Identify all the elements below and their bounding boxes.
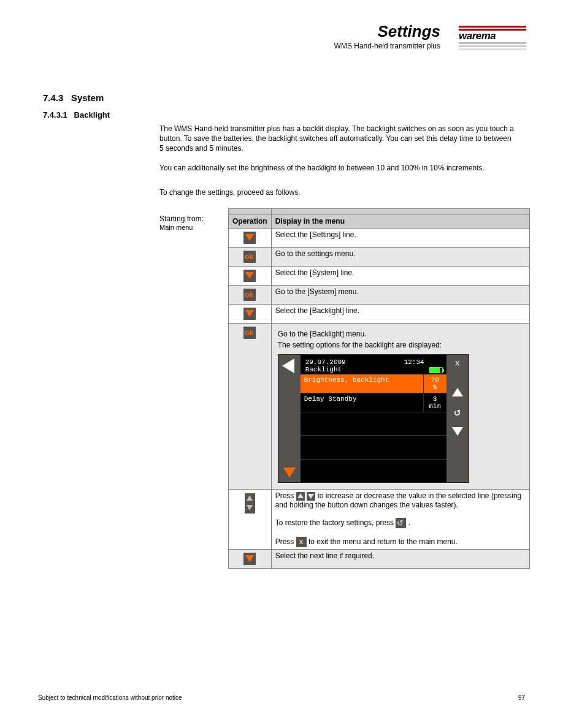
setting-unit: % bbox=[433, 384, 437, 391]
reset-button-icon: ↺ bbox=[396, 518, 406, 528]
section-heading: 7.4.3 System bbox=[43, 93, 104, 103]
brand-name: warema bbox=[459, 30, 526, 42]
screen-time: 12:34 bbox=[404, 358, 424, 366]
close-button[interactable]: x bbox=[454, 358, 459, 368]
down-button-icon bbox=[307, 492, 315, 501]
col-display-header: Display in the menu bbox=[271, 214, 529, 229]
step-7c-pre: Press bbox=[275, 537, 296, 546]
down-button-icon bbox=[243, 232, 256, 244]
page-number: 97 bbox=[518, 694, 525, 701]
up-button-icon bbox=[296, 492, 305, 501]
step-1-text: Select the [Settings] line. bbox=[271, 229, 529, 248]
down-button-icon bbox=[245, 503, 255, 514]
footer-disclaimer: Subject to technical modifications witho… bbox=[38, 694, 182, 701]
battery-icon bbox=[429, 367, 443, 373]
step-6-hint: The setting options for the backlight ar… bbox=[278, 341, 523, 349]
step-7b-pre: To restore the factory settings, press bbox=[275, 518, 396, 527]
setting-unit: min bbox=[429, 403, 441, 410]
setting-row-brightness[interactable]: Brightness, backlight 70% bbox=[301, 374, 446, 393]
step-7c-post: to exit the menu and return to the main … bbox=[308, 537, 458, 546]
back-button[interactable] bbox=[278, 355, 301, 373]
intro-paragraph-3: To change the settings, proceed as follo… bbox=[159, 188, 515, 197]
setting-value: 70 bbox=[431, 376, 439, 384]
section-subheading: 7.4.3.1 Backlight bbox=[43, 110, 110, 119]
value-up-button[interactable] bbox=[452, 388, 463, 396]
section-sub-number: 7.4.3.1 bbox=[43, 110, 67, 119]
section-name: System bbox=[71, 93, 104, 103]
ok-button-icon: ok bbox=[243, 251, 256, 263]
step-8-text: Select the next line if required. bbox=[271, 549, 529, 568]
setting-label: Delay Standby bbox=[301, 393, 423, 412]
down-button-icon bbox=[243, 270, 256, 282]
exit-button-icon: x bbox=[296, 537, 307, 547]
step-7b-post: . bbox=[408, 518, 410, 527]
step-6-text: Go to the [Backlight] menu. bbox=[278, 330, 523, 338]
down-button-icon bbox=[243, 553, 256, 565]
section-number: 7.4.3 bbox=[43, 93, 63, 103]
step-5-text: Select the [Backlight] line. bbox=[271, 305, 529, 324]
up-button-icon bbox=[245, 493, 255, 504]
page-subtitle: WMS Hand-held transmitter plus bbox=[334, 42, 440, 50]
intro-paragraph-2: You can additionally set the brightness … bbox=[159, 163, 515, 173]
section-sub-name: Backlight bbox=[74, 110, 110, 119]
page-title: Settings bbox=[377, 22, 440, 41]
step-4-text: Go to the [System] menu. bbox=[271, 286, 529, 305]
ok-button-icon: ok bbox=[243, 289, 256, 301]
starting-from-label: Starting from: Main menu bbox=[159, 214, 204, 232]
col-operation-header: Operation bbox=[229, 214, 272, 229]
device-screen: 29.07.2009 12:34 Backlight Brightness, b… bbox=[278, 354, 469, 483]
value-down-button[interactable] bbox=[452, 427, 463, 436]
brand-logo: warema bbox=[459, 26, 526, 50]
down-button-icon bbox=[243, 308, 256, 320]
intro-paragraph-1: The WMS Hand-held transmitter plus has a… bbox=[159, 124, 515, 154]
instruction-table: Operation Display in the menu Select the… bbox=[228, 208, 530, 569]
scroll-down-button[interactable] bbox=[278, 468, 301, 482]
setting-row-standby[interactable]: Delay Standby 3min bbox=[301, 393, 446, 412]
step-2-text: Go to the settings menu. bbox=[271, 248, 529, 267]
step-7a-pre: Press bbox=[275, 491, 296, 500]
screen-date: 29.07.2009 bbox=[305, 358, 346, 366]
screen-title: Backlight bbox=[305, 366, 342, 373]
setting-value: 3 bbox=[433, 395, 437, 403]
reset-button[interactable]: ↺ bbox=[454, 405, 461, 419]
ok-button-icon: ok bbox=[243, 327, 256, 339]
step-3-text: Select the [System] line. bbox=[271, 267, 529, 286]
starting-from-label bbox=[229, 209, 272, 214]
setting-label: Brightness, backlight bbox=[301, 374, 423, 393]
